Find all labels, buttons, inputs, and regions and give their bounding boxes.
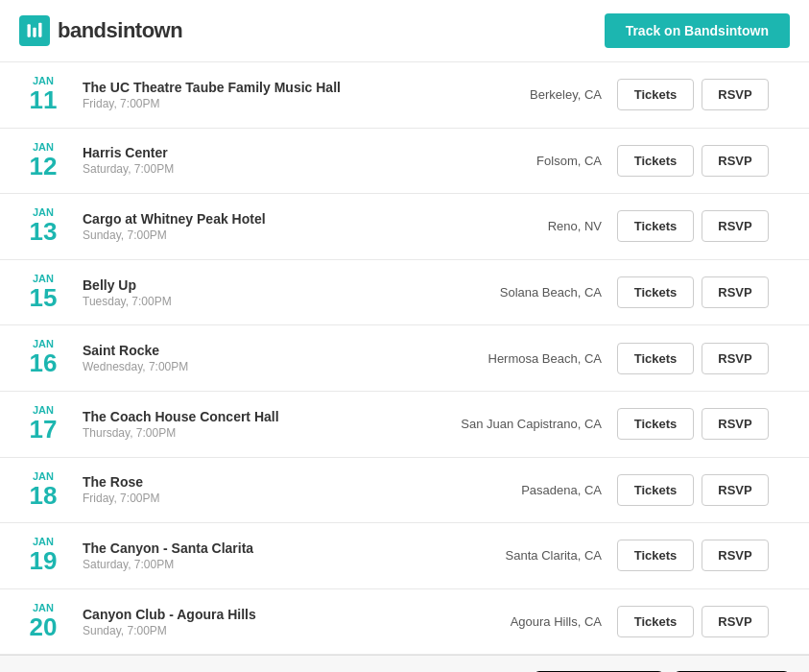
event-name: Belly Up [83, 277, 433, 293]
track-button[interactable]: Track on Bandsintown [605, 13, 790, 48]
event-day: 18 [19, 482, 67, 510]
event-date: JAN 18 [19, 471, 67, 510]
svg-rect-1 [33, 28, 36, 37]
event-name: The Rose [83, 474, 433, 490]
event-day: 15 [19, 284, 67, 312]
header: bandsintown Track on Bandsintown [0, 0, 809, 62]
rsvp-button[interactable]: RSVP [702, 540, 769, 571]
svg-rect-0 [28, 24, 31, 36]
tickets-button[interactable]: Tickets [617, 276, 694, 308]
event-info: The UC Theatre Taube Family Music Hall F… [83, 80, 433, 110]
event-row: JAN 20 Canyon Club - Agoura Hills Sunday… [0, 589, 809, 656]
event-info: The Canyon - Santa Clarita Saturday, 7:0… [83, 540, 433, 571]
tickets-button[interactable]: Tickets [617, 343, 694, 374]
event-actions: Tickets RSVP [617, 210, 790, 242]
event-actions: Tickets RSVP [617, 474, 790, 506]
event-location: Agoura Hills, CA [448, 614, 602, 629]
event-date: JAN 16 [19, 339, 67, 377]
footer: Bandsintown Inc. © 2017 Support · Artist… [0, 655, 809, 672]
event-row: JAN 19 The Canyon - Santa Clarita Saturd… [0, 523, 809, 589]
event-month: JAN [19, 142, 67, 153]
event-location: San Juan Capistrano, CA [448, 417, 602, 431]
rsvp-button[interactable]: RSVP [702, 474, 769, 506]
event-day: 16 [19, 349, 67, 377]
tickets-button[interactable]: Tickets [617, 145, 694, 177]
event-day: 13 [19, 218, 67, 246]
event-datetime: Thursday, 7:00PM [83, 426, 433, 440]
event-datetime: Saturday, 7:00PM [83, 558, 433, 571]
event-row: JAN 16 Saint Rocke Wednesday, 7:00PM Her… [0, 325, 809, 392]
event-actions: Tickets RSVP [617, 408, 790, 440]
event-name: Cargo at Whitney Peak Hotel [83, 211, 433, 227]
event-name: Harris Center [83, 145, 433, 160]
event-actions: Tickets RSVP [617, 276, 790, 308]
event-day: 11 [19, 86, 67, 114]
event-location: Reno, NV [448, 219, 602, 233]
event-date: JAN 11 [19, 76, 67, 114]
event-datetime: Friday, 7:00PM [83, 97, 433, 110]
event-day: 20 [19, 613, 67, 641]
event-info: The Rose Friday, 7:00PM [83, 474, 433, 505]
event-location: Pasadena, CA [448, 483, 602, 497]
rsvp-button[interactable]: RSVP [702, 145, 769, 177]
event-datetime: Tuesday, 7:00PM [83, 295, 433, 308]
event-row: JAN 11 The UC Theatre Taube Family Music… [0, 62, 809, 129]
event-location: Hermosa Beach, CA [448, 351, 602, 366]
event-actions: Tickets RSVP [617, 145, 790, 177]
event-info: Belly Up Tuesday, 7:00PM [83, 277, 433, 308]
rsvp-button[interactable]: RSVP [702, 408, 769, 440]
rsvp-button[interactable]: RSVP [702, 79, 769, 110]
event-info: Canyon Club - Agoura Hills Sunday, 7:00P… [83, 607, 433, 637]
event-datetime: Friday, 7:00PM [83, 492, 433, 505]
rsvp-button[interactable]: RSVP [702, 210, 769, 242]
event-date: JAN 19 [19, 537, 67, 575]
event-info: Cargo at Whitney Peak Hotel Sunday, 7:00… [83, 211, 433, 242]
tickets-button[interactable]: Tickets [617, 408, 694, 440]
svg-rect-2 [38, 23, 41, 37]
events-list: JAN 11 The UC Theatre Taube Family Music… [0, 62, 809, 655]
event-location: Solana Beach, CA [448, 285, 602, 300]
event-location: Folsom, CA [448, 154, 602, 168]
event-actions: Tickets RSVP [617, 606, 790, 637]
event-row: JAN 15 Belly Up Tuesday, 7:00PM Solana B… [0, 260, 809, 326]
tickets-button[interactable]: Tickets [617, 79, 694, 110]
event-datetime: Sunday, 7:00PM [83, 228, 433, 242]
logo-text: bandsintown [58, 18, 182, 43]
event-actions: Tickets RSVP [617, 540, 790, 571]
rsvp-button[interactable]: RSVP [702, 343, 769, 374]
event-name: The UC Theatre Taube Family Music Hall [83, 80, 433, 95]
tickets-button[interactable]: Tickets [617, 540, 694, 571]
rsvp-button[interactable]: RSVP [702, 606, 769, 637]
event-name: The Canyon - Santa Clarita [83, 540, 433, 556]
event-info: Harris Center Saturday, 7:00PM [83, 145, 433, 176]
event-actions: Tickets RSVP [617, 343, 790, 374]
event-row: JAN 18 The Rose Friday, 7:00PM Pasadena,… [0, 458, 809, 524]
event-date: JAN 17 [19, 405, 67, 444]
event-date: JAN 15 [19, 274, 67, 312]
tickets-button[interactable]: Tickets [617, 474, 694, 506]
event-name: Canyon Club - Agoura Hills [83, 607, 433, 622]
event-row: JAN 17 The Coach House Concert Hall Thur… [0, 392, 809, 458]
event-date: JAN 13 [19, 207, 67, 246]
event-location: Berkeley, CA [448, 87, 602, 102]
event-name: The Coach House Concert Hall [83, 409, 433, 424]
event-location: Santa Clarita, CA [448, 548, 602, 563]
event-actions: Tickets RSVP [617, 79, 790, 110]
tickets-button[interactable]: Tickets [617, 210, 694, 242]
event-month: JAN [19, 471, 67, 482]
rsvp-button[interactable]: RSVP [702, 276, 769, 308]
event-date: JAN 20 [19, 603, 67, 641]
event-info: Saint Rocke Wednesday, 7:00PM [83, 343, 433, 373]
event-row: JAN 12 Harris Center Saturday, 7:00PM Fo… [0, 129, 809, 195]
event-datetime: Saturday, 7:00PM [83, 162, 433, 176]
event-datetime: Wednesday, 7:00PM [83, 360, 433, 373]
event-day: 12 [19, 153, 67, 180]
logo: bandsintown [19, 15, 182, 46]
logo-icon [19, 15, 50, 46]
tickets-button[interactable]: Tickets [617, 606, 694, 637]
event-day: 19 [19, 547, 67, 575]
event-info: The Coach House Concert Hall Thursday, 7… [83, 409, 433, 440]
event-date: JAN 12 [19, 142, 67, 180]
event-row: JAN 13 Cargo at Whitney Peak Hotel Sunda… [0, 194, 809, 260]
event-name: Saint Rocke [83, 343, 433, 358]
